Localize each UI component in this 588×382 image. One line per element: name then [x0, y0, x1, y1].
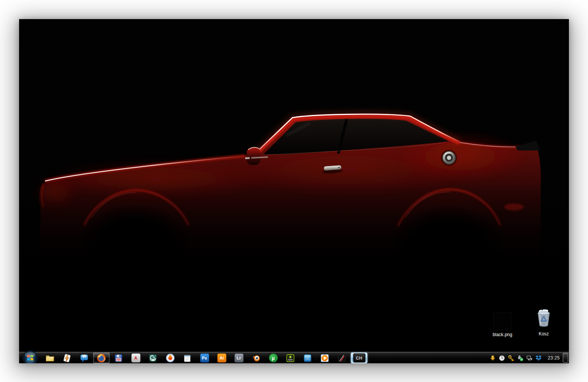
- red-a-icon: A: [131, 353, 141, 363]
- taskbar-app-lightroom[interactable]: Lr: [230, 352, 247, 363]
- page-background: black.png Kosz: [0, 0, 588, 382]
- taskbar-app-blue-cube[interactable]: [299, 352, 316, 363]
- show-desktop-button[interactable]: [563, 353, 568, 363]
- illustrator-ai-icon: Ai: [217, 353, 226, 363]
- desktop-icon-recycle-bin[interactable]: Kosz: [527, 308, 561, 337]
- tray-clock-utility-icon[interactable]: [499, 355, 505, 361]
- play-button-icon: [320, 353, 330, 363]
- notepad-icon: [183, 353, 192, 363]
- taskbar-app-firefox[interactable]: [93, 352, 110, 363]
- desktop: black.png Kosz: [19, 19, 569, 363]
- car-fuel-cap: [442, 151, 456, 165]
- taskbar-app-photoshop[interactable]: Ps: [196, 352, 213, 363]
- tray-safely-remove-hardware-icon[interactable]: [517, 355, 523, 361]
- tray-download-manager-icon[interactable]: [489, 355, 496, 361]
- firefox-icon: [96, 353, 107, 363]
- desktop-icon-black-png[interactable]: black.png: [486, 312, 519, 337]
- pen-slash-icon: [337, 353, 347, 363]
- black-png-thumbnail-icon: [493, 312, 512, 330]
- taskbar-app-media-player[interactable]: [316, 352, 333, 363]
- taskbar-app-daemon-tools[interactable]: [282, 352, 299, 363]
- daemon-tools-icon: [286, 353, 295, 363]
- floppy-disk-icon: [114, 353, 123, 363]
- taskbar-app-winamp[interactable]: [58, 352, 76, 363]
- taskbar-app-teal-spiral[interactable]: [144, 352, 162, 363]
- taskbar-app-ch-active[interactable]: CH: [351, 352, 368, 363]
- tray-network-status-icon[interactable]: [526, 355, 533, 361]
- ch-app-icon: CH: [353, 353, 365, 363]
- flame-icon: [165, 353, 175, 363]
- blue-cube-icon: [303, 353, 312, 363]
- car-side-mirror: [247, 147, 260, 165]
- taskbar-app-flame-burner[interactable]: [162, 352, 179, 363]
- lightning-icon: [62, 353, 72, 363]
- start-button[interactable]: [22, 350, 38, 363]
- windows-orb-icon: [22, 350, 38, 363]
- desktop-icon-label: black.png: [486, 332, 519, 337]
- taskbar-app-utorrent[interactable]: µ: [265, 352, 282, 363]
- desktop-icon-label: Kosz: [527, 331, 561, 337]
- taskbar-app-w-chat[interactable]: W: [76, 352, 93, 363]
- recycle-bin-full-icon: [535, 308, 552, 328]
- taskbar: W A: [19, 352, 569, 363]
- taskbar-app-notepad[interactable]: [179, 352, 196, 363]
- spiral-icon: [148, 353, 158, 363]
- folder-icon: [45, 353, 55, 363]
- taskbar-apps: W A: [41, 352, 368, 363]
- taskbar-app-floppy-disk[interactable]: [110, 352, 127, 363]
- wallpaper-red-challenger: [19, 19, 569, 352]
- w-chat-bubble-icon: W: [79, 353, 89, 363]
- tray-security-keys-icon[interactable]: [508, 355, 514, 361]
- blender-icon: [251, 353, 261, 363]
- tray-dropbox-icon[interactable]: [535, 355, 542, 361]
- taskbar-app-aimp[interactable]: A: [127, 352, 144, 363]
- taskbar-app-windows-explorer[interactable]: [41, 352, 58, 363]
- lightroom-lr-icon: Lr: [234, 353, 244, 363]
- taskbar-app-illustrator[interactable]: Ai: [213, 352, 230, 363]
- system-tray: 23:25: [489, 352, 560, 363]
- tray-clock[interactable]: 23:25: [548, 355, 560, 361]
- photoshop-ps-icon: Ps: [200, 353, 209, 363]
- taskbar-app-blender[interactable]: [247, 352, 265, 363]
- taskbar-app-pen-slash[interactable]: [333, 352, 351, 363]
- utorrent-mu-icon: µ: [269, 353, 278, 363]
